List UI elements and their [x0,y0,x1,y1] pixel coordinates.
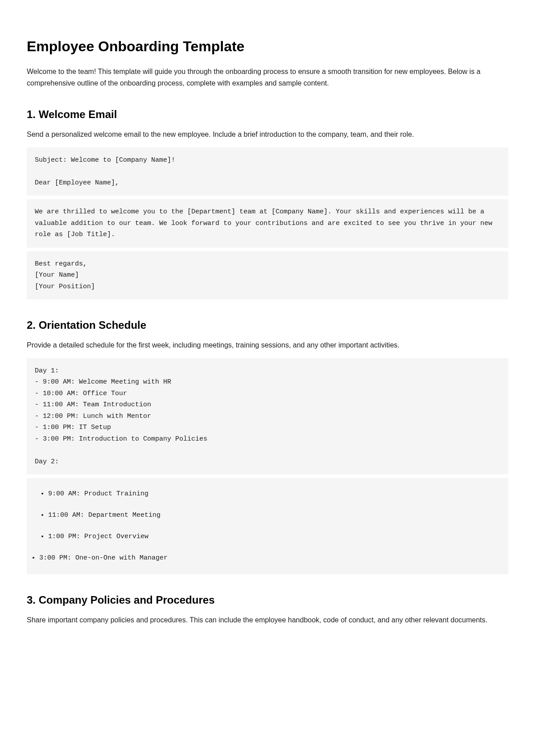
welcome-email-block-2: We are thrilled to welcome you to the [D… [27,199,508,248]
welcome-email-block-3: Best regards, [Your Name] [Your Position… [27,251,508,300]
list-item: 11:00 AM: Department Meeting [48,510,500,521]
schedule-day2-list: 9:00 AM: Product Training 11:00 AM: Depa… [27,478,508,574]
section-2-desc: Provide a detailed schedule for the firs… [27,339,508,351]
section-1-heading: 1. Welcome Email [27,106,508,123]
list-item: 1:00 PM: Project Overview [48,531,500,542]
schedule-day1-block: Day 1: - 9:00 AM: Welcome Meeting with H… [27,358,508,475]
section-2-heading: 2. Orientation Schedule [27,317,508,333]
list-item: 9:00 AM: Product Training [48,489,500,499]
intro-paragraph: Welcome to the team! This template will … [27,66,508,89]
section-3-desc: Share important company policies and pro… [27,614,508,626]
welcome-email-block-1: Subject: Welcome to [Company Name]! Dear… [27,147,508,196]
section-3-heading: 3. Company Policies and Procedures [27,592,508,608]
section-1-desc: Send a personalized welcome email to the… [27,129,508,140]
list-item: 3:00 PM: One-on-One with Manager [39,553,500,564]
page-title: Employee Onboarding Template [27,36,508,57]
